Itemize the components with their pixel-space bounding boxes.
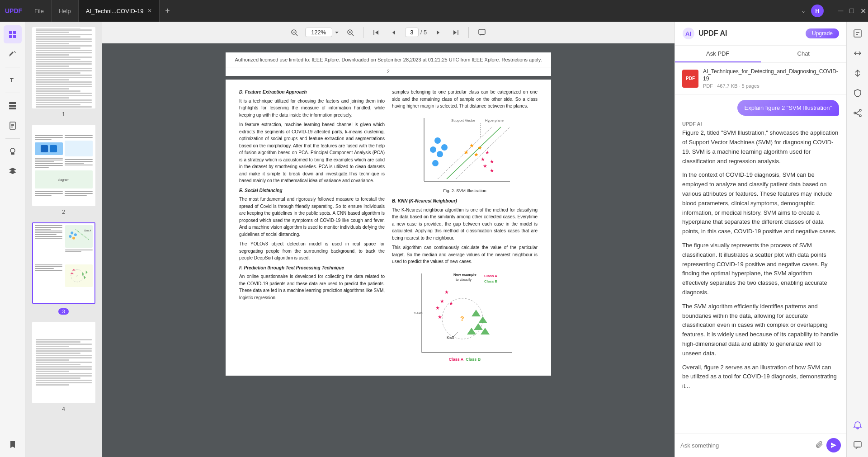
page-header-text: Authorized licensed use limited to: IEEE… xyxy=(226,52,551,67)
file-name: AI_Techniques_for_Detecting_and_Diagnosi… xyxy=(703,68,839,82)
svg-text:New example: New example xyxy=(453,273,476,277)
ai-attach-button[interactable] xyxy=(816,440,824,450)
zoom-value[interactable]: 122% xyxy=(305,28,332,37)
ai-response-p5: Overall, figure 2 serves as an illustrat… xyxy=(682,363,839,391)
close-button[interactable]: ✕ xyxy=(859,5,868,17)
section-e-p3: The most fundamental and rigorously foll… xyxy=(239,196,385,238)
svg-rect-5 xyxy=(9,102,16,104)
protect-icon[interactable] xyxy=(849,85,866,101)
thumbnail-page-3[interactable]: Class A xyxy=(29,222,98,315)
zoom-out-button[interactable] xyxy=(287,27,302,38)
sidebar-icon-grid[interactable] xyxy=(4,25,22,43)
tab-doc[interactable]: AI_Techni...COVID-19 ✕ xyxy=(79,0,160,22)
sidebar-icon-highlight[interactable] xyxy=(4,45,22,63)
svg-text:★: ★ xyxy=(481,156,485,162)
notification-icon[interactable] xyxy=(849,417,866,433)
pdf-content: Authorized licensed use limited to: IEEE… xyxy=(102,43,675,457)
thumb-frame-3: Class A xyxy=(32,222,95,304)
sidebar-icon-page[interactable] xyxy=(4,117,22,135)
ai-response-p3: The figure visually represents the proce… xyxy=(682,241,839,297)
section-d-p1: It is a technique utilized for choosing … xyxy=(239,98,385,119)
page-number-input[interactable] xyxy=(405,28,419,37)
sidebar-icon-text[interactable]: T xyxy=(4,71,22,89)
thumbnail-page-2[interactable]: diagram 2 xyxy=(29,125,98,215)
comment-button[interactable] xyxy=(474,27,490,38)
convert-icon[interactable] xyxy=(849,45,866,61)
col2-p3: This algorithm can continuously calculat… xyxy=(392,244,538,265)
maximize-button[interactable]: □ xyxy=(848,5,856,17)
tab-file[interactable]: File xyxy=(27,0,52,22)
tab-doc-label: AI_Techni...COVID-19 xyxy=(86,8,144,14)
ai-chat-area: Explain figure 2 "SVM Illustration" UPDF… xyxy=(675,94,846,433)
user-avatar[interactable]: H xyxy=(811,5,824,17)
section-f-p5: An online questionnaire is developed for… xyxy=(239,273,385,301)
ai-response-text: Figure 2, titled "SVM Illustration," sho… xyxy=(682,128,839,391)
thumbnail-panel: 1 xyxy=(25,22,102,457)
logo-text: UPDF xyxy=(5,7,22,14)
svg-text:?: ? xyxy=(76,274,77,277)
svg-point-83 xyxy=(859,109,861,111)
top-right-actions: ⌄ H ─ □ ✕ xyxy=(801,5,868,17)
pdf-column-1: D. Feature Extraction Approach It is a t… xyxy=(239,89,385,367)
tab-ask-pdf-label: Ask PDF xyxy=(706,50,729,57)
window-controls: ─ □ ✕ xyxy=(836,5,868,17)
svg-text:?: ? xyxy=(460,315,464,322)
ai-input-area xyxy=(675,433,846,457)
first-page-button[interactable] xyxy=(369,27,383,38)
svg-line-86 xyxy=(856,111,859,113)
tab-help[interactable]: Help xyxy=(52,0,79,22)
zoom-in-button[interactable] xyxy=(343,27,358,38)
sidebar-divider-3 xyxy=(5,138,20,139)
tab-help-label: Help xyxy=(59,8,71,14)
ai-send-button[interactable] xyxy=(826,438,841,452)
sidebar-icon-bookmark[interactable] xyxy=(4,435,22,453)
left-sidebar: T xyxy=(0,22,25,457)
sidebar-icon-layers[interactable] xyxy=(4,162,22,180)
tab-chat[interactable]: Chat xyxy=(761,46,847,62)
svg-point-16 xyxy=(69,235,71,238)
sidebar-icon-stamp[interactable] xyxy=(4,142,22,160)
svg-text:★: ★ xyxy=(438,314,442,320)
tab-add-button[interactable]: + xyxy=(160,6,176,16)
last-page-button[interactable] xyxy=(448,27,463,38)
tab-close-icon[interactable]: ✕ xyxy=(147,8,152,14)
ai-response-p2: In the context of COVID-19 diagnosis, SV… xyxy=(682,170,839,236)
svg-point-85 xyxy=(859,115,861,117)
dropdown-arrow-icon[interactable]: ⌄ xyxy=(801,8,806,14)
thumb-frame-4 xyxy=(32,322,95,403)
col2-p2: The K-Nearest neighbour algorithm is one… xyxy=(392,207,538,242)
ocr-icon[interactable] xyxy=(849,25,866,42)
figure-3-knn: Y-Axis New example to classify Class A C… xyxy=(392,269,538,363)
svg-text:★: ★ xyxy=(490,159,494,164)
thumbnail-page-1[interactable]: 1 xyxy=(29,27,98,118)
tab-ask-pdf[interactable]: Ask PDF xyxy=(675,46,761,62)
next-page-button[interactable] xyxy=(430,27,445,38)
thumb-content-4 xyxy=(33,336,94,389)
svg-point-44 xyxy=(432,160,439,166)
svg-rect-35 xyxy=(479,29,485,34)
upgrade-button[interactable]: Upgrade xyxy=(806,28,839,38)
svg-marker-23 xyxy=(84,276,85,279)
ai-search-input[interactable] xyxy=(680,442,812,449)
zoom-display[interactable]: 122% xyxy=(305,28,340,37)
updf-ai-logo-icon: AI xyxy=(682,27,695,40)
explain-bubble[interactable]: Explain figure 2 "SVM Illustration" xyxy=(737,100,839,116)
sidebar-icon-layout[interactable] xyxy=(4,97,22,115)
pdf-column-2: samples belonging to one particular clas… xyxy=(392,89,538,367)
file-meta: PDF · 467.7 KB · 5 pages xyxy=(703,83,839,89)
compress-icon[interactable] xyxy=(849,65,866,81)
sidebar-divider-2 xyxy=(5,93,20,93)
ai-response-p4: The SVM algorithm efficiently identifies… xyxy=(682,302,839,358)
share-icon[interactable] xyxy=(849,105,866,121)
pdf-toolbar: 122% / 5 xyxy=(102,22,675,43)
thumbnail-page-4[interactable]: 4 xyxy=(29,322,98,412)
svg-text:★: ★ xyxy=(464,149,469,155)
chat-icon[interactable] xyxy=(849,437,866,453)
minimize-button[interactable]: ─ xyxy=(836,5,845,17)
svg-text:★: ★ xyxy=(477,145,482,151)
toolbar-divider-1 xyxy=(363,27,363,38)
section-d-heading: D. Feature Extraction Approach xyxy=(239,89,385,96)
ai-panel: AI UPDF AI Upgrade Ask PDF Chat PDF AI_T… xyxy=(675,22,846,457)
prev-page-button[interactable] xyxy=(387,27,401,38)
explain-bubble-container: Explain figure 2 "SVM Illustration" xyxy=(682,100,839,116)
